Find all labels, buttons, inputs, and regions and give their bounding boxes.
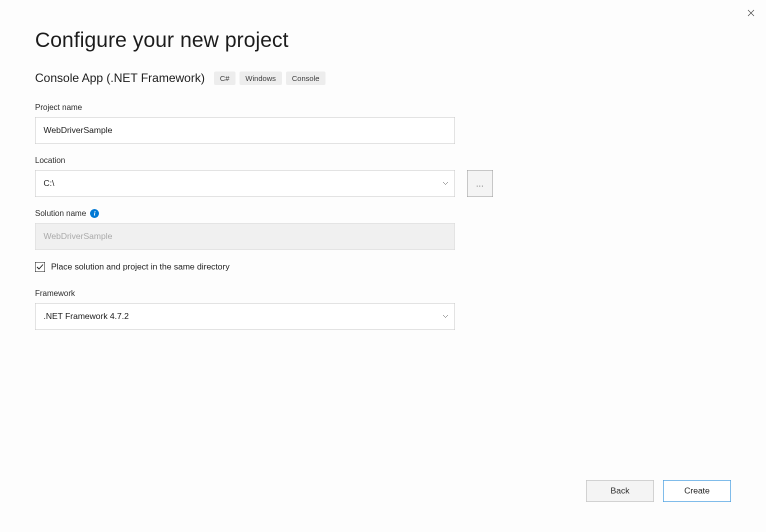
footer: Back Create bbox=[586, 480, 731, 502]
solution-name-label: Solution name bbox=[35, 209, 86, 218]
browse-button[interactable]: ... bbox=[467, 170, 493, 197]
template-tags: C# Windows Console bbox=[214, 72, 326, 85]
tag-console: Console bbox=[286, 72, 326, 85]
check-icon bbox=[36, 264, 44, 270]
info-icon[interactable]: i bbox=[90, 209, 99, 218]
framework-combo[interactable]: .NET Framework 4.7.2 bbox=[35, 303, 455, 330]
location-label: Location bbox=[35, 156, 731, 165]
project-name-label: Project name bbox=[35, 103, 731, 112]
project-name-group: Project name bbox=[35, 103, 731, 144]
framework-group: Framework .NET Framework 4.7.2 bbox=[35, 289, 731, 330]
location-combo[interactable]: C:\ bbox=[35, 170, 455, 197]
template-name: Console App (.NET Framework) bbox=[35, 71, 205, 85]
framework-value: .NET Framework 4.7.2 bbox=[44, 312, 129, 321]
same-directory-row: Place solution and project in the same d… bbox=[35, 262, 731, 272]
template-row: Console App (.NET Framework) C# Windows … bbox=[35, 71, 731, 85]
framework-label: Framework bbox=[35, 289, 731, 298]
solution-name-input bbox=[35, 223, 455, 250]
back-button[interactable]: Back bbox=[586, 480, 654, 502]
same-directory-checkbox[interactable] bbox=[35, 262, 45, 272]
project-name-input[interactable] bbox=[35, 117, 455, 144]
tag-windows: Windows bbox=[240, 72, 282, 85]
close-icon bbox=[748, 10, 754, 16]
location-group: Location C:\ ... bbox=[35, 156, 731, 197]
close-button[interactable] bbox=[745, 7, 757, 19]
create-button[interactable]: Create bbox=[663, 480, 731, 502]
page-title: Configure your new project bbox=[35, 28, 731, 52]
same-directory-label[interactable]: Place solution and project in the same d… bbox=[51, 262, 230, 272]
tag-csharp: C# bbox=[214, 72, 236, 85]
location-value: C:\ bbox=[44, 178, 54, 188]
solution-name-group: Solution name i bbox=[35, 209, 731, 250]
